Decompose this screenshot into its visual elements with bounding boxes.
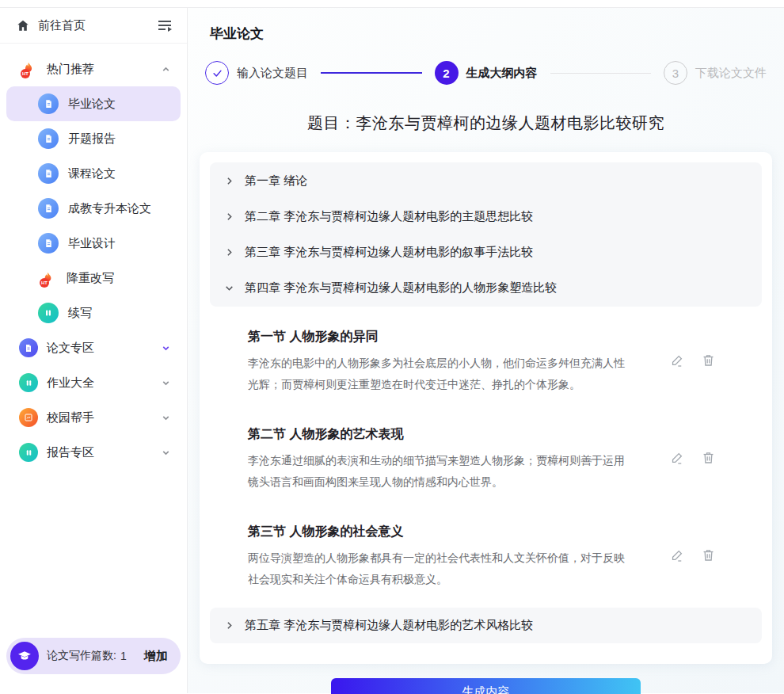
- top-strip: [0, 0, 784, 8]
- edit-icon[interactable]: [670, 547, 685, 562]
- step-1-input-title: 输入论文题目: [205, 61, 308, 85]
- sidebar-item-label: 毕业论文: [68, 97, 116, 112]
- document-icon: [38, 93, 59, 114]
- graduation-cap-icon: [10, 642, 39, 670]
- step-connector: [321, 72, 422, 74]
- chapter-label: 第二章 李沧东与贾樟柯边缘人题材电影的主题思想比较: [245, 209, 533, 224]
- sidebar-item-biyesheji[interactable]: 毕业设计: [6, 226, 181, 261]
- step-label: 输入论文题目: [237, 66, 308, 81]
- step-3-download-file: 3 下载论文文件: [664, 61, 767, 85]
- sidebar-item-chengjiao[interactable]: 成教专升本论文: [6, 191, 181, 226]
- step-label: 下载论文文件: [695, 66, 767, 81]
- sidebar-group-label: 报告专区: [47, 445, 94, 460]
- section-content: 第二节 人物形象的艺术表现 李沧东通过细腻的表演和生动的细节描写来塑造人物形象；…: [248, 414, 630, 492]
- section-content: 第一节 人物形象的异同 李沧东的电影中的人物形象多为社会底层的小人物，他们命运多…: [248, 316, 630, 395]
- chevron-down-icon: [224, 283, 234, 293]
- chevron-down-icon: [161, 413, 171, 423]
- sidebar-group-lunwenzhuanqu[interactable]: 论文专区: [0, 330, 187, 365]
- section-content: 第三节 人物形象的社会意义 两位导演塑造的人物形象都具有一定的社会代表性和人文关…: [248, 511, 630, 589]
- step-number: 3: [664, 61, 687, 85]
- chevron-right-icon: [224, 212, 234, 222]
- section-item-3: 第三节 人物形象的社会意义 两位导演塑造的人物形象都具有一定的社会代表性和人文关…: [248, 511, 751, 589]
- bars-teal-icon: [19, 443, 38, 462]
- delete-icon[interactable]: [701, 547, 716, 562]
- go-home-row[interactable]: 前往首页: [0, 8, 187, 44]
- chapter-label: 第三章 李沧东与贾樟柯边缘人题材电影的叙事手法比较: [245, 245, 533, 260]
- chevron-right-icon: [224, 247, 234, 257]
- sidebar-item-kaitibaogao[interactable]: 开题报告: [6, 121, 181, 156]
- chapter-accordion: 第一章 绪论 第二章 李沧东与贾樟柯边缘人题材电影的主题思想比较 第三章 李沧东…: [210, 162, 762, 307]
- sidebar-item-biyelunwen[interactable]: 毕业论文: [6, 86, 181, 121]
- paper-title: 题目：李沧东与贾樟柯的边缘人题材电影比较研究: [200, 112, 772, 134]
- sidebar-group-xiaoyuanbangshou[interactable]: 校园帮手: [0, 400, 187, 435]
- flame-icon: HT: [19, 59, 38, 78]
- quota-label: 论文写作篇数:: [47, 649, 116, 663]
- sidebar-item-xuxie[interactable]: 续写: [6, 296, 181, 330]
- step-connector: [550, 73, 652, 74]
- check-icon: [205, 61, 229, 85]
- sidebar-group-label: 热门推荐: [47, 62, 94, 77]
- sidebar-item-label: 课程论文: [68, 166, 116, 181]
- document-icon: [38, 198, 59, 219]
- sidebar-item-label: 开题报告: [68, 132, 116, 147]
- delete-icon[interactable]: [701, 450, 716, 465]
- bars-teal-icon: [19, 373, 38, 392]
- sidebar-group-label: 作业大全: [47, 376, 94, 391]
- chevron-down-icon: [161, 378, 171, 388]
- section-item-2: 第二节 人物形象的艺术表现 李沧东通过细腻的表演和生动的细节描写来塑造人物形象；…: [248, 414, 751, 492]
- sidebar-item-label: 续写: [68, 306, 92, 321]
- flame-icon: HT: [38, 269, 57, 288]
- main-content: 毕业论文 输入论文题目 2 生成大纲内容 3 下载论文文件 题目：李沧东与贾樟柯…: [188, 8, 784, 693]
- sidebar-group-baogaozhuanqu[interactable]: 报告专区: [0, 435, 187, 470]
- edit-icon[interactable]: [670, 353, 685, 368]
- sidebar-item-label: 成教专升本论文: [68, 201, 151, 216]
- section-description: 李沧东通过细腻的表演和生动的细节描写来塑造人物形象；贾樟柯则善于运用镜头语言和画…: [248, 450, 630, 492]
- step-label: 生成大纲内容: [466, 66, 538, 81]
- chapter-row-5[interactable]: 第五章 李沧东与贾樟柯边缘人题材电影的艺术风格比较: [210, 608, 762, 643]
- pause-bars-icon: [38, 303, 59, 323]
- stepper: 输入论文题目 2 生成大纲内容 3 下载论文文件: [205, 61, 767, 85]
- ht-badge: HT: [21, 69, 30, 78]
- section-item-1: 第一节 人物形象的异同 李沧东的电影中的人物形象多为社会底层的小人物，他们命运多…: [248, 316, 751, 395]
- go-home-label: 前往首页: [38, 18, 86, 33]
- chapter-row-2[interactable]: 第二章 李沧东与贾樟柯边缘人题材电影的主题思想比较: [210, 199, 762, 235]
- sidebar-item-jiangzhong[interactable]: HT 降重改写: [6, 261, 181, 296]
- sidebar-menu: HT 热门推荐 毕业论文 开题报告: [0, 44, 187, 470]
- section-title: 第一节 人物形象的异同: [248, 329, 630, 345]
- delete-icon[interactable]: [701, 353, 716, 368]
- sidebar-item-label: 降重改写: [67, 271, 114, 286]
- sidebar-item-kechenglunwen[interactable]: 课程论文: [6, 156, 181, 191]
- document-icon: [38, 128, 59, 149]
- page-title: 毕业论文: [200, 8, 772, 43]
- document-icon: [38, 233, 59, 254]
- step-number: 2: [435, 61, 459, 85]
- app-frame: 前往首页 HT 热门推荐 毕业论文: [0, 8, 784, 693]
- sidebar-item-label: 毕业设计: [68, 236, 116, 251]
- collapse-sidebar-icon[interactable]: [157, 19, 173, 32]
- home-icon: [16, 18, 30, 32]
- chapter-row-1[interactable]: 第一章 绪论: [210, 163, 762, 199]
- edit-icon[interactable]: [670, 450, 685, 465]
- generate-content-button[interactable]: 生成内容: [331, 678, 641, 694]
- chevron-right-icon: [224, 176, 234, 186]
- add-quota-button[interactable]: 增加: [144, 649, 168, 664]
- campus-orange-icon: [19, 408, 38, 427]
- section-title: 第三节 人物形象的社会意义: [248, 524, 630, 540]
- chapter-row-4[interactable]: 第四章 李沧东与贾樟柯边缘人题材电影的人物形象塑造比较: [210, 270, 762, 306]
- sidebar-group-hot[interactable]: HT 热门推荐: [0, 51, 187, 86]
- chapter-label: 第五章 李沧东与贾樟柯边缘人题材电影的艺术风格比较: [245, 618, 533, 633]
- chevron-down-icon: [161, 448, 171, 458]
- document-icon: [38, 163, 59, 184]
- chevron-up-icon: [161, 64, 171, 74]
- sidebar: 前往首页 HT 热门推荐 毕业论文: [0, 8, 188, 693]
- sidebar-group-label: 论文专区: [47, 341, 94, 356]
- quota-count: 1: [120, 650, 127, 662]
- outline-card: 第一章 绪论 第二章 李沧东与贾樟柯边缘人题材电影的主题思想比较 第三章 李沧东…: [200, 152, 772, 664]
- step-2-generate-outline: 2 生成大纲内容: [435, 61, 538, 85]
- chapter-label: 第四章 李沧东与贾樟柯边缘人题材电影的人物形象塑造比较: [245, 280, 557, 296]
- sidebar-group-zuoyedaquan[interactable]: 作业大全: [0, 365, 187, 400]
- chapter-row-3[interactable]: 第三章 李沧东与贾樟柯边缘人题材电影的叙事手法比较: [210, 235, 762, 270]
- chapter-4-sections: 第一节 人物形象的异同 李沧东的电影中的人物形象多为社会底层的小人物，他们命运多…: [210, 307, 762, 598]
- sidebar-group-label: 校园帮手: [47, 410, 94, 425]
- section-description: 李沧东的电影中的人物形象多为社会底层的小人物，他们命运多舛但充满人性光辉；而贾樟…: [248, 353, 630, 395]
